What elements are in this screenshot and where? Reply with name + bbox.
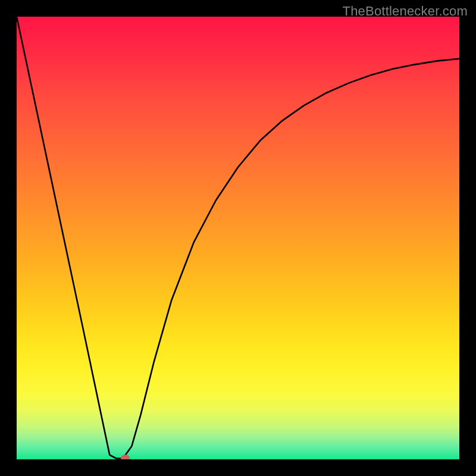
plot-area <box>17 17 459 459</box>
curve-path <box>17 17 459 459</box>
bottleneck-curve <box>17 17 459 459</box>
optimal-point-marker <box>121 455 130 459</box>
chart-frame: TheBottlenecker.com <box>0 0 476 476</box>
